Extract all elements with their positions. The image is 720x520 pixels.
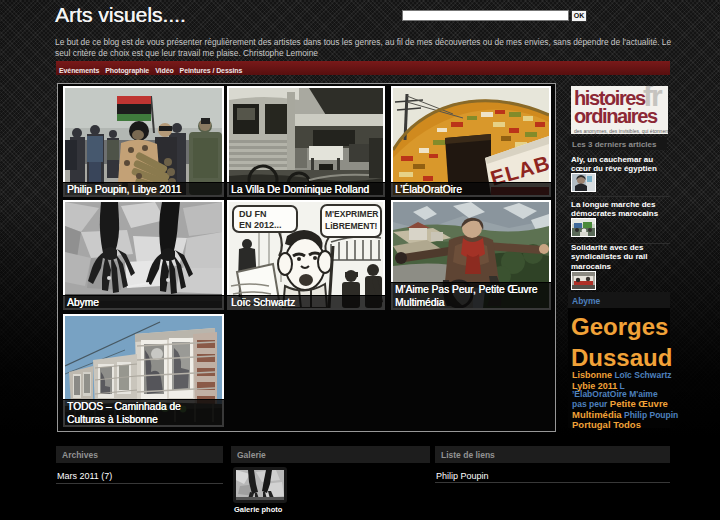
svg-text:DU FN: DU FN bbox=[239, 209, 267, 219]
svg-text:EN 2012...: EN 2012... bbox=[239, 220, 282, 230]
svg-text:LiBREMENT!: LiBREMENT! bbox=[325, 221, 378, 231]
svg-text:M'EXPRIMER: M'EXPRIMER bbox=[325, 209, 379, 219]
